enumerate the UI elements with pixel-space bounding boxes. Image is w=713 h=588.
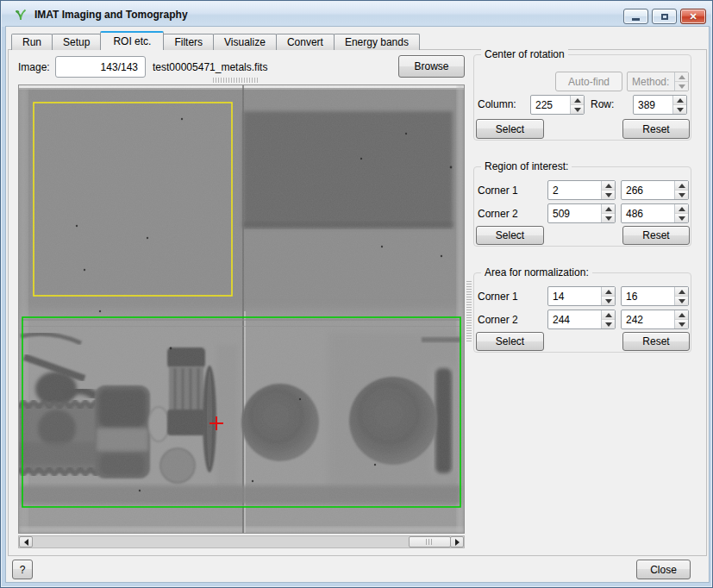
spin-up-button[interactable] <box>675 310 688 319</box>
scroll-left-icon <box>24 539 28 546</box>
up-arrow-icon <box>605 207 612 211</box>
spin-down-button[interactable] <box>675 213 688 222</box>
radiograph-image <box>19 85 464 533</box>
tab-run[interactable]: Run <box>11 34 53 50</box>
app-window: IMAT Imaging and Tomography ✕ Run Setup … <box>0 0 713 588</box>
up-arrow-icon <box>574 98 581 103</box>
spin-up-button[interactable] <box>675 204 688 213</box>
image-index-value: 143/143 <box>101 61 138 73</box>
minimize-button[interactable] <box>623 9 648 24</box>
method-up-button[interactable] <box>675 72 688 81</box>
norm-corner2-x-spinbox[interactable]: 244 <box>547 310 616 329</box>
roi-corner1-y-spinbox[interactable]: 266 <box>621 180 689 200</box>
down-arrow-icon <box>574 108 581 112</box>
up-arrow-icon <box>679 313 685 317</box>
roi-reset-button[interactable]: Reset <box>622 226 690 245</box>
image-horizontal-scrollbar[interactable] <box>18 535 465 548</box>
spin-down-button[interactable] <box>675 319 688 328</box>
down-arrow-icon <box>679 322 685 327</box>
maximize-icon <box>661 14 668 20</box>
norm-corner1-x-spinbox[interactable]: 14 <box>547 286 616 306</box>
maximize-button[interactable] <box>652 9 677 24</box>
norm-corner1-y-spinbox[interactable]: 16 <box>621 286 689 306</box>
up-arrow-icon <box>677 98 684 103</box>
spin-down-button[interactable] <box>675 190 688 199</box>
scroll-left-button[interactable] <box>19 536 33 547</box>
norm-corner2-y-spinbox[interactable]: 242 <box>621 310 689 329</box>
tab-roi-etc[interactable]: ROI etc. <box>100 31 164 50</box>
down-arrow-icon <box>679 84 685 89</box>
roi-corner1-label: Corner 1 <box>478 185 518 197</box>
norm-reset-button[interactable]: Reset <box>622 332 690 351</box>
image-index-field[interactable]: 143/143 <box>55 56 146 78</box>
spin-up-button[interactable] <box>602 181 615 190</box>
up-arrow-icon <box>679 290 685 294</box>
spin-up-button[interactable] <box>602 287 615 296</box>
roi-corner2-x-spinbox[interactable]: 509 <box>547 203 616 223</box>
image-label: Image: <box>18 61 50 73</box>
app-icon <box>14 8 28 22</box>
spin-down-button[interactable] <box>602 190 615 199</box>
up-arrow-icon <box>679 75 685 79</box>
down-arrow-icon <box>679 299 685 303</box>
norm-select-button[interactable]: Select <box>476 332 544 351</box>
spin-down-button[interactable] <box>602 319 615 328</box>
scrollbar-thumb[interactable] <box>409 536 451 547</box>
down-arrow-icon <box>605 322 612 327</box>
spin-down-button[interactable] <box>602 213 615 222</box>
spin-up-button[interactable] <box>675 287 688 296</box>
close-icon: ✕ <box>689 12 697 22</box>
tab-filters[interactable]: Filters <box>163 34 214 50</box>
close-window-button[interactable]: ✕ <box>680 9 706 24</box>
cor-select-button[interactable]: Select <box>476 119 544 139</box>
minimize-icon <box>632 18 640 21</box>
spin-up-button[interactable] <box>602 310 615 319</box>
title-bar[interactable]: IMAT Imaging and Tomography ✕ <box>2 2 711 27</box>
norm-corner2-label: Corner 2 <box>478 314 518 326</box>
roi-select-button[interactable]: Select <box>476 226 544 245</box>
spin-up-button[interactable] <box>602 204 615 213</box>
roi-corner1-x-spinbox[interactable]: 2 <box>547 180 616 200</box>
spin-down-button[interactable] <box>673 104 686 114</box>
up-arrow-icon <box>679 184 685 188</box>
tab-setup[interactable]: Setup <box>52 34 101 50</box>
image-canvas[interactable] <box>18 84 465 534</box>
row-spinbox[interactable]: 389 <box>633 95 687 115</box>
spin-down-button[interactable] <box>675 296 688 305</box>
tab-visualize[interactable]: Visualize <box>213 34 277 50</box>
up-arrow-icon <box>679 207 685 211</box>
normalization-title: Area for normalization: <box>481 266 592 278</box>
help-button[interactable]: ? <box>12 560 33 579</box>
tab-energy-bands[interactable]: Energy bands <box>334 34 420 50</box>
down-arrow-icon <box>605 299 612 303</box>
norm-corner1-label: Corner 1 <box>478 291 518 303</box>
cor-reset-button[interactable]: Reset <box>622 119 690 139</box>
tab-convert[interactable]: Convert <box>276 34 335 50</box>
scrollbar-grip-icon <box>426 539 434 545</box>
browse-button[interactable]: Browse <box>398 55 465 78</box>
spin-down-button[interactable] <box>571 104 584 114</box>
method-dropdown[interactable]: Method: <box>627 72 689 91</box>
method-down-button[interactable] <box>675 81 688 91</box>
horizontal-splitter-handle[interactable] <box>213 78 260 83</box>
down-arrow-icon <box>605 193 612 197</box>
vertical-splitter-handle[interactable] <box>466 281 472 341</box>
down-arrow-icon <box>677 108 684 112</box>
auto-find-button[interactable]: Auto-find <box>555 72 622 91</box>
close-button[interactable]: Close <box>636 560 691 579</box>
column-spinbox[interactable]: 225 <box>530 95 585 115</box>
tab-bar: Run Setup ROI etc. Filters Visualize Con… <box>11 32 419 50</box>
scroll-right-button[interactable] <box>450 536 464 547</box>
scroll-right-icon <box>455 539 460 546</box>
column-label: Column: <box>478 98 516 110</box>
region-of-interest-title: Region of interest: <box>481 160 572 172</box>
up-arrow-icon <box>605 184 612 188</box>
spin-up-button[interactable] <box>571 96 584 104</box>
spin-up-button[interactable] <box>673 96 686 104</box>
up-arrow-icon <box>605 290 612 294</box>
roi-corner2-y-spinbox[interactable]: 486 <box>621 203 689 223</box>
spin-down-button[interactable] <box>602 296 615 305</box>
roi-corner2-label: Corner 2 <box>478 208 518 220</box>
spin-up-button[interactable] <box>675 181 688 190</box>
down-arrow-icon <box>605 216 612 221</box>
